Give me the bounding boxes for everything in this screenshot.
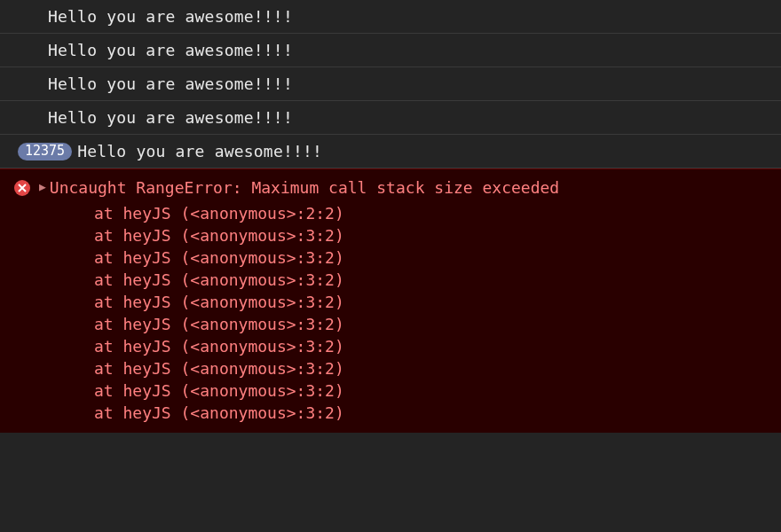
console-log-row[interactable]: 12375 Hello you are awesome!!!! bbox=[0, 135, 781, 168]
error-icon bbox=[14, 180, 30, 196]
error-header: ▶ Uncaught RangeError: Maximum call stac… bbox=[0, 176, 781, 202]
console-log-text: Hello you are awesome!!!! bbox=[77, 142, 322, 160]
stack-frame: at heyJS (<anonymous>:3:2) bbox=[94, 224, 781, 246]
stack-frame: at heyJS (<anonymous>:3:2) bbox=[94, 335, 781, 357]
stack-frame: at heyJS (<anonymous>:3:2) bbox=[94, 291, 781, 313]
console-log-row[interactable]: Hello you are awesome!!!! bbox=[0, 101, 781, 135]
console-log-row[interactable]: Hello you are awesome!!!! bbox=[0, 34, 781, 67]
stack-frame: at heyJS (<anonymous>:3:2) bbox=[94, 357, 781, 379]
console-log-row[interactable]: Hello you are awesome!!!! bbox=[0, 67, 781, 101]
error-message: Uncaught RangeError: Maximum call stack … bbox=[50, 178, 559, 197]
console-error-row[interactable]: ▶ Uncaught RangeError: Maximum call stac… bbox=[0, 168, 781, 433]
repeat-count-badge: 12375 bbox=[18, 143, 72, 160]
console-log-text: Hello you are awesome!!!! bbox=[48, 41, 293, 59]
console-log-row[interactable]: Hello you are awesome!!!! bbox=[0, 0, 781, 34]
console-log-text: Hello you are awesome!!!! bbox=[48, 108, 293, 127]
console-log-text: Hello you are awesome!!!! bbox=[48, 74, 293, 93]
stack-frame: at heyJS (<anonymous>:3:2) bbox=[94, 246, 781, 269]
stack-frame: at heyJS (<anonymous>:3:2) bbox=[94, 379, 781, 402]
stack-trace: at heyJS (<anonymous>:2:2) at heyJS (<an… bbox=[0, 202, 781, 424]
console-panel: Hello you are awesome!!!! Hello you are … bbox=[0, 0, 781, 532]
console-log-text: Hello you are awesome!!!! bbox=[48, 7, 293, 26]
stack-frame: at heyJS (<anonymous>:2:2) bbox=[94, 202, 781, 224]
stack-frame: at heyJS (<anonymous>:3:2) bbox=[94, 313, 781, 335]
stack-frame: at heyJS (<anonymous>:3:2) bbox=[94, 402, 781, 424]
stack-frame: at heyJS (<anonymous>:3:2) bbox=[94, 269, 781, 291]
disclosure-triangle-icon[interactable]: ▶ bbox=[39, 180, 46, 193]
